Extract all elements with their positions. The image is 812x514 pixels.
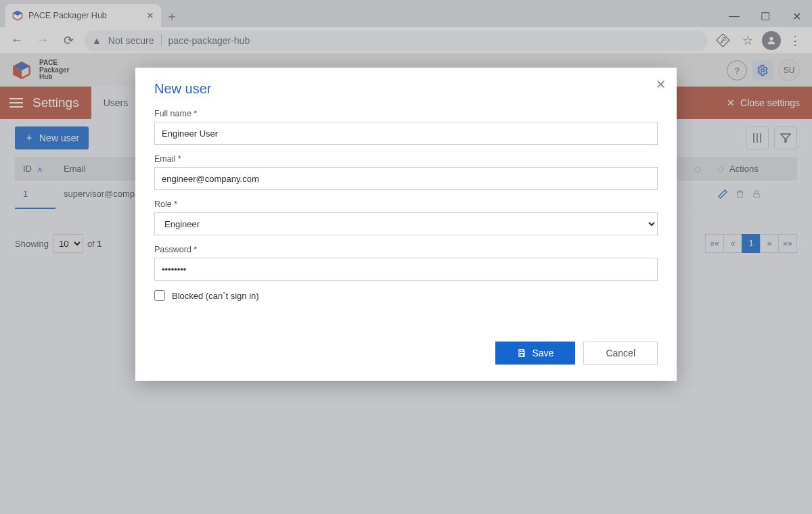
dialog-close-icon[interactable]: ✕ — [656, 77, 666, 92]
cancel-button[interactable]: Cancel — [583, 342, 658, 365]
modal-overlay: ✕ New user Full name * Email * Role * En… — [0, 0, 812, 514]
password-label: Password * — [154, 245, 658, 254]
dialog-title: New user — [154, 81, 658, 97]
save-icon — [517, 348, 526, 358]
save-label: Save — [532, 348, 554, 358]
role-select[interactable]: Engineer — [154, 212, 658, 235]
blocked-label: Blocked (can`t sign in) — [172, 291, 259, 301]
new-user-dialog: ✕ New user Full name * Email * Role * En… — [135, 68, 677, 381]
email-label: Email * — [154, 154, 658, 164]
save-button[interactable]: Save — [495, 342, 575, 365]
role-label: Role * — [154, 200, 658, 209]
svg-rect-16 — [520, 354, 524, 357]
full-name-input[interactable] — [154, 122, 658, 145]
full-name-label: Full name * — [154, 109, 658, 118]
email-input[interactable] — [154, 167, 658, 190]
blocked-checkbox[interactable] — [154, 290, 165, 301]
svg-rect-15 — [520, 350, 524, 352]
password-input[interactable] — [154, 258, 658, 281]
